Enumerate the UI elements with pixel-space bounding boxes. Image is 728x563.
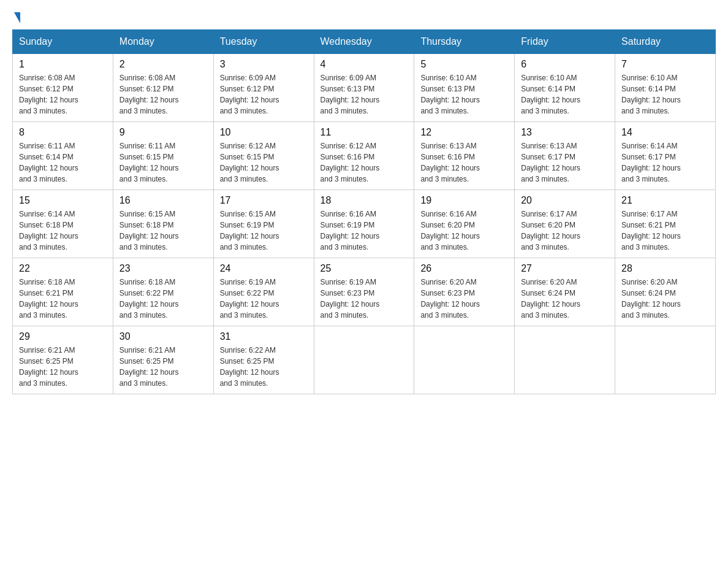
calendar-cell: 1 Sunrise: 6:08 AM Sunset: 6:12 PM Dayli… bbox=[13, 54, 113, 122]
day-of-week-header: Tuesday bbox=[213, 30, 314, 54]
day-of-week-header: Thursday bbox=[414, 30, 515, 54]
day-info: Sunrise: 6:19 AM Sunset: 6:22 PM Dayligh… bbox=[220, 277, 308, 321]
calendar-cell bbox=[515, 326, 615, 394]
day-number: 29 bbox=[19, 331, 107, 342]
calendar-cell bbox=[615, 326, 716, 394]
day-number: 13 bbox=[521, 127, 609, 138]
calendar-cell: 27 Sunrise: 6:20 AM Sunset: 6:24 PM Dayl… bbox=[515, 258, 615, 326]
day-info: Sunrise: 6:09 AM Sunset: 6:12 PM Dayligh… bbox=[220, 72, 308, 117]
logo-blue-text bbox=[12, 12, 20, 23]
calendar-cell: 22 Sunrise: 6:18 AM Sunset: 6:21 PM Dayl… bbox=[13, 258, 113, 326]
day-info: Sunrise: 6:21 AM Sunset: 6:25 PM Dayligh… bbox=[19, 345, 107, 389]
day-info: Sunrise: 6:12 AM Sunset: 6:16 PM Dayligh… bbox=[320, 140, 408, 185]
day-number: 9 bbox=[119, 127, 207, 138]
logo-triangle-icon bbox=[14, 12, 20, 23]
calendar-cell: 21 Sunrise: 6:17 AM Sunset: 6:21 PM Dayl… bbox=[615, 190, 716, 258]
day-info: Sunrise: 6:17 AM Sunset: 6:21 PM Dayligh… bbox=[621, 209, 709, 253]
day-of-week-header: Wednesday bbox=[314, 30, 414, 54]
day-info: Sunrise: 6:19 AM Sunset: 6:23 PM Dayligh… bbox=[320, 277, 408, 321]
day-number: 17 bbox=[220, 195, 308, 206]
calendar-body: 1 Sunrise: 6:08 AM Sunset: 6:12 PM Dayli… bbox=[13, 54, 716, 394]
calendar-cell: 23 Sunrise: 6:18 AM Sunset: 6:22 PM Dayl… bbox=[113, 258, 213, 326]
calendar-cell: 15 Sunrise: 6:14 AM Sunset: 6:18 PM Dayl… bbox=[13, 190, 113, 258]
day-info: Sunrise: 6:18 AM Sunset: 6:21 PM Dayligh… bbox=[19, 277, 107, 321]
day-number: 25 bbox=[320, 263, 408, 274]
day-info: Sunrise: 6:15 AM Sunset: 6:18 PM Dayligh… bbox=[119, 209, 207, 253]
calendar-cell: 17 Sunrise: 6:15 AM Sunset: 6:19 PM Dayl… bbox=[213, 190, 314, 258]
day-info: Sunrise: 6:10 AM Sunset: 6:14 PM Dayligh… bbox=[621, 72, 709, 117]
day-info: Sunrise: 6:20 AM Sunset: 6:23 PM Dayligh… bbox=[420, 277, 508, 321]
day-number: 12 bbox=[420, 127, 508, 138]
day-number: 19 bbox=[420, 195, 508, 206]
day-number: 15 bbox=[19, 195, 107, 206]
day-number: 3 bbox=[220, 59, 308, 70]
calendar-cell: 7 Sunrise: 6:10 AM Sunset: 6:14 PM Dayli… bbox=[615, 54, 716, 122]
day-info: Sunrise: 6:14 AM Sunset: 6:18 PM Dayligh… bbox=[19, 209, 107, 253]
day-info: Sunrise: 6:16 AM Sunset: 6:20 PM Dayligh… bbox=[420, 209, 508, 253]
calendar-week-row: 8 Sunrise: 6:11 AM Sunset: 6:14 PM Dayli… bbox=[13, 122, 716, 190]
day-info: Sunrise: 6:08 AM Sunset: 6:12 PM Dayligh… bbox=[119, 72, 207, 117]
day-number: 22 bbox=[19, 263, 107, 274]
calendar-cell: 29 Sunrise: 6:21 AM Sunset: 6:25 PM Dayl… bbox=[13, 326, 113, 394]
calendar-cell: 26 Sunrise: 6:20 AM Sunset: 6:23 PM Dayl… bbox=[414, 258, 515, 326]
calendar-cell: 30 Sunrise: 6:21 AM Sunset: 6:25 PM Dayl… bbox=[113, 326, 213, 394]
day-info: Sunrise: 6:11 AM Sunset: 6:15 PM Dayligh… bbox=[119, 140, 207, 185]
calendar-cell bbox=[314, 326, 414, 394]
calendar-cell: 3 Sunrise: 6:09 AM Sunset: 6:12 PM Dayli… bbox=[213, 54, 314, 122]
calendar-week-row: 15 Sunrise: 6:14 AM Sunset: 6:18 PM Dayl… bbox=[13, 190, 716, 258]
calendar-cell: 12 Sunrise: 6:13 AM Sunset: 6:16 PM Dayl… bbox=[414, 122, 515, 190]
logo bbox=[12, 12, 20, 23]
day-info: Sunrise: 6:17 AM Sunset: 6:20 PM Dayligh… bbox=[521, 209, 609, 253]
calendar-cell: 11 Sunrise: 6:12 AM Sunset: 6:16 PM Dayl… bbox=[314, 122, 414, 190]
day-number: 30 bbox=[119, 331, 207, 342]
day-number: 11 bbox=[320, 127, 408, 138]
calendar-cell: 24 Sunrise: 6:19 AM Sunset: 6:22 PM Dayl… bbox=[213, 258, 314, 326]
day-number: 10 bbox=[220, 127, 308, 138]
calendar-cell: 2 Sunrise: 6:08 AM Sunset: 6:12 PM Dayli… bbox=[113, 54, 213, 122]
calendar-cell: 28 Sunrise: 6:20 AM Sunset: 6:24 PM Dayl… bbox=[615, 258, 716, 326]
day-info: Sunrise: 6:21 AM Sunset: 6:25 PM Dayligh… bbox=[119, 345, 207, 389]
day-number: 27 bbox=[521, 263, 609, 274]
calendar-cell bbox=[414, 326, 515, 394]
calendar-cell: 5 Sunrise: 6:10 AM Sunset: 6:13 PM Dayli… bbox=[414, 54, 515, 122]
day-number: 31 bbox=[220, 331, 308, 342]
day-info: Sunrise: 6:13 AM Sunset: 6:17 PM Dayligh… bbox=[521, 140, 609, 185]
day-number: 8 bbox=[19, 127, 107, 138]
calendar-header: SundayMondayTuesdayWednesdayThursdayFrid… bbox=[13, 30, 716, 54]
day-info: Sunrise: 6:22 AM Sunset: 6:25 PM Dayligh… bbox=[220, 345, 308, 389]
calendar-cell: 6 Sunrise: 6:10 AM Sunset: 6:14 PM Dayli… bbox=[515, 54, 615, 122]
day-number: 21 bbox=[621, 195, 709, 206]
calendar-week-row: 29 Sunrise: 6:21 AM Sunset: 6:25 PM Dayl… bbox=[13, 326, 716, 394]
calendar-cell: 9 Sunrise: 6:11 AM Sunset: 6:15 PM Dayli… bbox=[113, 122, 213, 190]
day-header-row: SundayMondayTuesdayWednesdayThursdayFrid… bbox=[13, 30, 716, 54]
calendar-cell: 16 Sunrise: 6:15 AM Sunset: 6:18 PM Dayl… bbox=[113, 190, 213, 258]
day-info: Sunrise: 6:14 AM Sunset: 6:17 PM Dayligh… bbox=[621, 140, 709, 185]
day-info: Sunrise: 6:11 AM Sunset: 6:14 PM Dayligh… bbox=[19, 140, 107, 185]
day-number: 20 bbox=[521, 195, 609, 206]
calendar-cell: 20 Sunrise: 6:17 AM Sunset: 6:20 PM Dayl… bbox=[515, 190, 615, 258]
calendar-cell: 19 Sunrise: 6:16 AM Sunset: 6:20 PM Dayl… bbox=[414, 190, 515, 258]
day-number: 14 bbox=[621, 127, 709, 138]
calendar-cell: 10 Sunrise: 6:12 AM Sunset: 6:15 PM Dayl… bbox=[213, 122, 314, 190]
day-number: 7 bbox=[621, 59, 709, 70]
day-info: Sunrise: 6:16 AM Sunset: 6:19 PM Dayligh… bbox=[320, 209, 408, 253]
calendar-week-row: 1 Sunrise: 6:08 AM Sunset: 6:12 PM Dayli… bbox=[13, 54, 716, 122]
calendar-cell: 18 Sunrise: 6:16 AM Sunset: 6:19 PM Dayl… bbox=[314, 190, 414, 258]
day-of-week-header: Friday bbox=[515, 30, 615, 54]
day-info: Sunrise: 6:13 AM Sunset: 6:16 PM Dayligh… bbox=[420, 140, 508, 185]
day-info: Sunrise: 6:08 AM Sunset: 6:12 PM Dayligh… bbox=[19, 72, 107, 117]
page-header bbox=[12, 12, 716, 23]
calendar-table: SundayMondayTuesdayWednesdayThursdayFrid… bbox=[12, 29, 716, 394]
day-info: Sunrise: 6:12 AM Sunset: 6:15 PM Dayligh… bbox=[220, 140, 308, 185]
calendar-cell: 4 Sunrise: 6:09 AM Sunset: 6:13 PM Dayli… bbox=[314, 54, 414, 122]
day-number: 2 bbox=[119, 59, 207, 70]
day-info: Sunrise: 6:10 AM Sunset: 6:14 PM Dayligh… bbox=[521, 72, 609, 117]
day-number: 24 bbox=[220, 263, 308, 274]
calendar-cell: 31 Sunrise: 6:22 AM Sunset: 6:25 PM Dayl… bbox=[213, 326, 314, 394]
day-number: 23 bbox=[119, 263, 207, 274]
day-number: 28 bbox=[621, 263, 709, 274]
day-info: Sunrise: 6:20 AM Sunset: 6:24 PM Dayligh… bbox=[621, 277, 709, 321]
calendar-cell: 25 Sunrise: 6:19 AM Sunset: 6:23 PM Dayl… bbox=[314, 258, 414, 326]
day-of-week-header: Monday bbox=[113, 30, 213, 54]
day-info: Sunrise: 6:09 AM Sunset: 6:13 PM Dayligh… bbox=[320, 72, 408, 117]
